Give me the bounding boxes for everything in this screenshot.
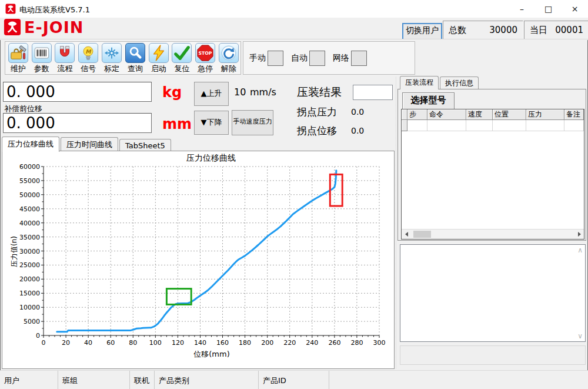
svg-text:25000: 25000 — [19, 261, 40, 269]
toolbar-button-process[interactable]: 流程 — [54, 43, 77, 74]
svg-text:55000: 55000 — [19, 177, 40, 185]
jog-down-button[interactable]: ▼下降 — [194, 111, 229, 135]
scroll-up-chevron-icon[interactable]: ∧ — [577, 247, 583, 253]
mode-indicator-auto[interactable] — [309, 51, 325, 66]
force-readout-field[interactable]: 0. 000 — [3, 82, 152, 102]
toolbar-button-start[interactable]: 启动 — [147, 43, 171, 74]
mode-indicators: 手动自动网络 — [243, 41, 415, 75]
search-icon — [125, 43, 145, 63]
toolbar-button-calibrate[interactable]: 标定 — [100, 43, 123, 74]
svg-text:240: 240 — [306, 339, 318, 347]
green-marker-rect — [166, 289, 191, 305]
right-tab-0[interactable]: 压装流程 — [400, 76, 439, 89]
toolbar-button-label: 信号 — [81, 64, 96, 74]
pane-divider — [396, 77, 397, 369]
svg-text:20000: 20000 — [19, 275, 40, 283]
speed-unit-label: mm/s — [250, 87, 276, 98]
svg-text:120: 120 — [172, 339, 184, 347]
grid-empty-row[interactable] — [402, 120, 584, 131]
chart-tab-2[interactable]: TabSheet5 — [119, 139, 171, 151]
today-count-value: 00001 — [555, 25, 583, 35]
toolbar-button-release[interactable]: 解除 — [217, 43, 240, 74]
scroll-down-chevron-icon[interactable]: ∨ — [577, 333, 583, 339]
toolbar-button-label: 参数 — [34, 64, 49, 74]
grid-column-header: 速度 — [466, 109, 493, 120]
mode-label-manual: 手动 — [249, 53, 266, 64]
toolbar-button-signal[interactable]: M信号 — [76, 43, 100, 74]
svg-text:45000: 45000 — [19, 205, 40, 213]
displacement-readout-field[interactable]: 0. 000 — [3, 113, 152, 133]
grid-cell[interactable] — [466, 120, 493, 131]
grid-cell[interactable] — [407, 120, 427, 131]
grid-row-indicator[interactable] — [402, 120, 407, 131]
force-unit-label: kg — [162, 84, 182, 101]
flow-steps-grid[interactable]: 步命令速度位置压力备注 — [401, 109, 584, 240]
svg-text:180: 180 — [239, 339, 251, 347]
mode-indicator-network[interactable] — [351, 51, 367, 66]
minimize-button[interactable]: – — [509, 0, 535, 18]
close-button[interactable]: × — [562, 0, 588, 18]
svg-text:5000: 5000 — [24, 318, 40, 325]
title-bar: 电动压装系统V5.7.1 – □ × — [0, 0, 588, 18]
switch-user-button[interactable]: 切换用户 — [402, 23, 442, 40]
status-section-2: 联机 — [130, 371, 155, 389]
today-count-panel: 当日 00001 — [524, 21, 588, 39]
scroll-right-arrow-icon[interactable] — [574, 230, 584, 239]
bulb-icon: M — [78, 43, 98, 63]
maximize-button[interactable]: □ — [535, 0, 562, 18]
svg-text:0: 0 — [42, 339, 46, 347]
toolbar-button-reset[interactable]: 复位 — [171, 43, 194, 74]
jog-up-button[interactable]: ▲上升 — [194, 82, 229, 106]
grid-cell[interactable] — [427, 120, 466, 131]
status-section-4: 产品ID — [259, 371, 329, 389]
chart-tab-bar: 压力位移曲线压力时间曲线TabSheet5 — [2, 138, 172, 151]
grid-cell[interactable] — [564, 120, 584, 131]
speed-value: 10 — [234, 87, 246, 98]
toolbar-button-query[interactable]: 查询 — [123, 43, 147, 74]
press-result-label: 压装结果 — [297, 85, 342, 100]
toolbar-button-params[interactable]: 参数 — [30, 43, 54, 74]
grid-column-header: 步 — [407, 109, 427, 120]
lightning-icon — [149, 43, 169, 63]
displacement-unit-label: mm — [162, 116, 192, 132]
svg-text:60000: 60000 — [19, 163, 40, 171]
mode-indicator-manual[interactable] — [268, 51, 283, 66]
message-memo-box[interactable]: ∧ ∨ — [400, 244, 586, 342]
svg-text:0: 0 — [36, 332, 40, 340]
scrollbar-thumb[interactable] — [413, 231, 431, 238]
select-model-button[interactable]: 选择型号 — [402, 92, 455, 109]
svg-text:30000: 30000 — [19, 248, 40, 255]
svg-text:40: 40 — [84, 339, 92, 347]
grid-header-row: 步命令速度位置压力备注 — [402, 109, 584, 120]
toolbar-button-label: 复位 — [174, 64, 189, 74]
total-count-value: 30000 — [489, 25, 517, 35]
header-divider — [0, 39, 588, 40]
toolbar-buttons: 维护参数流程M信号标定查询启动复位STOP急停解除 — [5, 41, 241, 75]
chart-tab-1[interactable]: 压力时间曲线 — [61, 137, 118, 151]
bottom-spacer-panel — [400, 345, 586, 365]
status-section-1: 班组 — [58, 371, 130, 389]
svg-text:20: 20 — [62, 339, 70, 347]
grid-cell[interactable] — [493, 120, 526, 131]
status-section-3: 产品类别 — [155, 371, 259, 389]
grid-cell[interactable] — [526, 120, 564, 131]
press-result-field[interactable] — [353, 85, 393, 100]
manual-speed-pressure-button[interactable]: 手动速度压力 — [232, 110, 273, 135]
grid-indicator-header — [402, 109, 407, 120]
toolbar-button-label: 标定 — [104, 64, 119, 74]
brand-seal-icon — [4, 18, 21, 36]
toolbar-button-estop[interactable]: STOP急停 — [193, 43, 217, 74]
press-flow-page: 选择型号 步命令速度位置压力备注 — [397, 89, 586, 241]
svg-text:80: 80 — [129, 339, 137, 347]
scroll-left-arrow-icon[interactable] — [402, 230, 411, 239]
grid-column-header: 备注 — [564, 109, 584, 120]
grid-horizontal-scrollbar[interactable] — [402, 229, 584, 239]
toolbar-button-maintain[interactable]: 维护 — [6, 43, 30, 74]
svg-text:STOP: STOP — [199, 51, 212, 56]
chart-tab-0[interactable]: 压力位移曲线 — [2, 137, 59, 152]
snowflake-icon — [102, 43, 122, 63]
svg-text:40000: 40000 — [19, 220, 40, 227]
brand-logo-text: E-JOIN — [24, 18, 83, 36]
knee-displacement-value: 0.0 — [351, 126, 364, 135]
right-tab-1[interactable]: 执行信息 — [440, 77, 479, 89]
